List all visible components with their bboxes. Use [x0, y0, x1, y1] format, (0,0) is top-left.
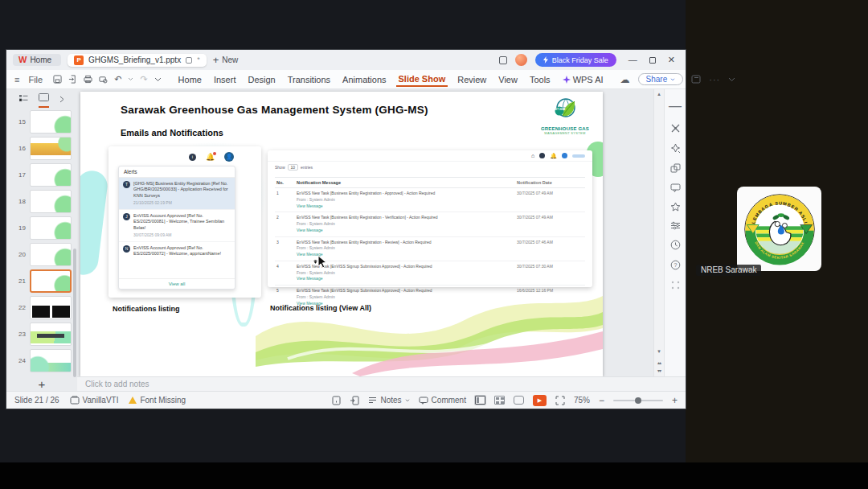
zoom-level[interactable]: 75% — [574, 396, 590, 405]
slide-thumbnail-row[interactable]: 17 — [13, 162, 77, 188]
hamburger-icon[interactable]: ≡ — [14, 75, 19, 84]
restore-button[interactable] — [649, 57, 656, 64]
collapse-sidebar-icon[interactable]: — — [669, 99, 682, 113]
menu-design[interactable]: Design — [245, 73, 277, 86]
file-menu[interactable]: File — [26, 73, 45, 86]
editor-scrollbar[interactable]: ▴ ▾ ▴▴ ▾▾ — [653, 89, 664, 376]
undo-dropdown-icon[interactable] — [128, 77, 133, 81]
print-icon[interactable] — [84, 75, 92, 84]
slide-thumbnail[interactable] — [30, 137, 72, 160]
slide-view-icon[interactable] — [39, 90, 49, 108]
slide-thumbnail-row[interactable]: 22 — [13, 294, 77, 321]
slide-thumbnail[interactable] — [30, 163, 72, 187]
objects-icon[interactable] — [670, 163, 681, 174]
wps-home-tab[interactable]: W Home — [13, 54, 61, 66]
slide-thumbnail[interactable] — [30, 243, 72, 266]
panel-scrollbar[interactable] — [73, 249, 76, 377]
theme-icon — [70, 396, 80, 405]
window-mode-icon[interactable] — [499, 56, 507, 64]
menu-slide-show[interactable]: Slide Show — [396, 72, 448, 87]
slide-thumbnail[interactable] — [30, 349, 72, 372]
zoom-in-button[interactable]: + — [672, 396, 678, 405]
slide-thumbnail-row[interactable]: 19 — [13, 215, 77, 241]
next-slide-icon[interactable]: ▾▾ — [654, 368, 664, 373]
slide-thumbnail-row-selected[interactable]: 21 — [13, 268, 77, 294]
slide-thumbnail-row[interactable]: 23 — [13, 321, 77, 347]
slideshow-play-button[interactable]: ▶ — [533, 395, 547, 406]
panel-collapse-icon[interactable] — [59, 96, 64, 103]
slide-sorter-view-button[interactable] — [494, 396, 505, 405]
redo-icon[interactable]: ↷ — [140, 74, 147, 84]
slide-thumbnail-row[interactable]: 24 — [13, 347, 77, 374]
undo-icon[interactable]: ↶ — [114, 74, 121, 84]
slide-thumbnail[interactable] — [30, 190, 72, 213]
menu-view[interactable]: View — [496, 73, 520, 86]
toolbar-more-icon[interactable] — [154, 77, 162, 82]
share-button[interactable]: Share — [638, 73, 684, 85]
notes-toggle[interactable]: Notes — [368, 396, 409, 405]
fit-slide-icon[interactable] — [555, 396, 565, 405]
bell-icon: 🔔 — [550, 153, 557, 158]
black-friday-sale-button[interactable]: Black Friday Sale — [535, 53, 616, 67]
slide-number: 23 — [13, 331, 26, 338]
menu-wps-ai[interactable]: WPS AI — [560, 73, 606, 86]
reading-view-button[interactable] — [514, 396, 524, 405]
chevron-down-icon — [405, 399, 410, 402]
start-from-slide-icon[interactable] — [350, 396, 359, 405]
zoom-slider[interactable] — [613, 400, 663, 401]
collapse-ribbon-icon[interactable] — [728, 77, 735, 82]
minimize-button[interactable]: — — [624, 55, 641, 64]
outline-view-icon[interactable] — [19, 95, 28, 103]
print-preview-icon[interactable] — [99, 75, 108, 84]
comment-panel-icon[interactable] — [670, 183, 681, 192]
cloud-sync-icon[interactable]: ☁ — [620, 74, 630, 85]
show-entries-control: Show 10 entries — [268, 162, 592, 173]
zoom-out-button[interactable]: − — [599, 396, 604, 405]
task-window-icon[interactable] — [332, 396, 341, 405]
scroll-down-icon[interactable]: ▾ — [654, 348, 664, 355]
slide-thumbnail-row[interactable]: 15 — [13, 109, 77, 135]
menu-animations[interactable]: Animations — [340, 73, 388, 86]
export-icon[interactable] — [68, 75, 77, 84]
save-icon[interactable] — [53, 75, 62, 84]
menu-insert[interactable]: Insert — [211, 73, 239, 86]
slide-thumbnail[interactable] — [30, 216, 72, 240]
history-icon[interactable] — [670, 240, 681, 250]
more-options-icon[interactable]: ··· — [709, 75, 720, 84]
settings-sliders-icon[interactable] — [670, 221, 681, 230]
comment-button[interactable]: Comment — [419, 396, 466, 405]
normal-view-button[interactable] — [475, 396, 485, 405]
slide-thumbnail-row[interactable]: 20 — [13, 241, 77, 268]
help-icon[interactable]: ? — [670, 260, 681, 270]
design-tools-icon[interactable] — [670, 123, 681, 134]
slide-thumbnail-row[interactable]: 18 — [13, 188, 77, 215]
smart-effects-icon[interactable] — [670, 143, 681, 154]
previous-slide-icon[interactable]: ▴▴ — [654, 360, 664, 365]
account-avatar[interactable] — [515, 54, 527, 66]
slide-thumbnail[interactable] — [30, 296, 72, 319]
slide-thumbnail-row[interactable]: 16 — [13, 135, 77, 162]
participant-video-tile[interactable]: LEMBAGA SUMBER ASLI DAN ALAM SEKITAR SAR… — [737, 187, 821, 271]
design-theme-button[interactable]: VanillaVTI — [70, 396, 119, 405]
slide-editor[interactable]: Sarawak Greenhouse Gas Management System… — [77, 89, 653, 376]
menu-transitions[interactable]: Transitions — [285, 73, 333, 86]
font-missing-warning[interactable]: Font Missing — [129, 396, 186, 405]
slide-thumbnail[interactable] — [30, 323, 72, 346]
panel-switch-icon[interactable] — [691, 75, 701, 84]
menu-home[interactable]: Home — [176, 73, 204, 86]
new-tab-button[interactable]: + New — [213, 55, 239, 65]
slide-thumbnail[interactable] — [30, 110, 72, 134]
scroll-up-icon[interactable]: ▴ — [654, 91, 664, 97]
tab-window-icon[interactable] — [186, 57, 192, 64]
slide-thumbnail-selected[interactable] — [30, 269, 72, 293]
zoom-slider-handle[interactable] — [635, 397, 641, 404]
menu-tools[interactable]: Tools — [527, 73, 553, 86]
more-apps-icon[interactable] — [670, 280, 681, 290]
favorites-icon[interactable] — [670, 202, 681, 212]
add-slide-button[interactable]: + — [39, 377, 46, 391]
close-button[interactable]: ✕ — [664, 55, 679, 64]
menu-review[interactable]: Review — [455, 73, 489, 86]
slide-canvas[interactable]: Sarawak Greenhouse Gas Management System… — [80, 92, 603, 376]
notes-bar[interactable]: Click to add notes — [77, 376, 686, 391]
document-tab[interactable]: P GHGMS_Briefing_v1.pptx * — [68, 54, 207, 67]
